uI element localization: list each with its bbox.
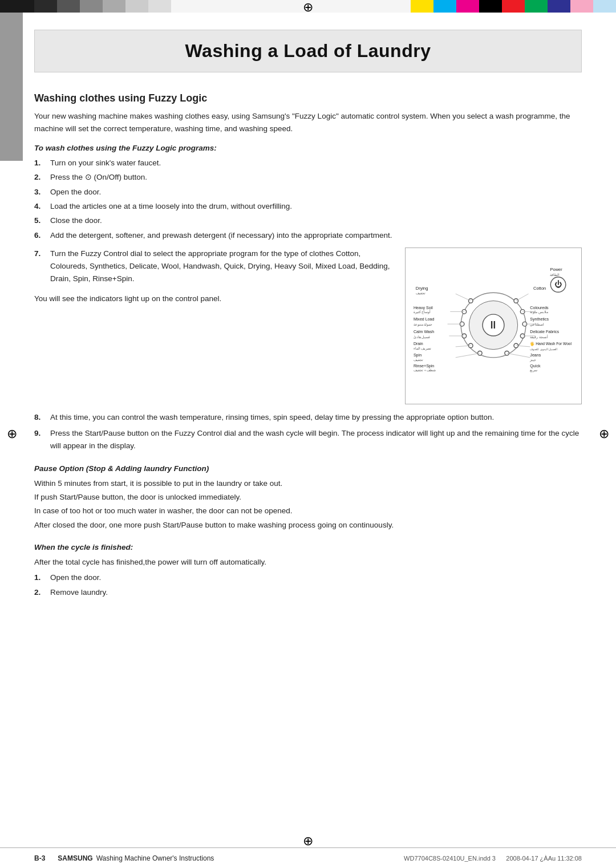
registration-mark-left: ⊕ <box>7 428 17 440</box>
label-delicate: Delicate Fabrics <box>530 330 559 334</box>
pause-text-3: In case of too hot or too much water in … <box>34 505 582 517</box>
step-num-3: 3. <box>34 186 40 198</box>
step-2: 2. Press the ⊙ (On/Off) button. <box>34 171 582 184</box>
registration-mark-top: ⊕ <box>303 1 313 14</box>
step7-extra: You will see the indicators light up on … <box>34 293 394 305</box>
label-spin: Spin <box>414 353 422 358</box>
label-synthetics: Synthetics <box>530 317 549 322</box>
pause-heading: Pause Option (Stop & Adding laundry Func… <box>34 464 582 473</box>
subheading-fuzzy: To wash clothes using the Fuzzy Logic pr… <box>34 144 582 152</box>
page-content: Washing a Load of Laundry Washing clothe… <box>0 13 616 639</box>
step-num-2: 2. <box>34 171 40 184</box>
label-drain: Drain <box>414 342 423 346</box>
step-num-1: 1. <box>34 157 40 169</box>
label-drying: Drying <box>416 285 428 290</box>
step-6: 6. Add the detergent, softener, and prew… <box>34 229 582 242</box>
label-jeans: Jeans <box>530 353 541 358</box>
label-rinsespin: Rinse+Spin <box>414 364 434 368</box>
pause-section: Pause Option (Stop & Adding laundry Func… <box>34 464 582 532</box>
footer-spacer <box>50 854 55 862</box>
step-8: 8. At this time, you can control the was… <box>34 411 582 424</box>
label-spin-ar: تجفيف <box>414 358 423 361</box>
step7-content: Turn the Fuzzy Control dial to select th… <box>50 249 390 283</box>
footer-brand: SAMSUNG <box>58 854 92 862</box>
label-drain-ar: تصريف الماء <box>414 346 432 350</box>
label-cotton: Cotton <box>533 285 546 290</box>
label-jeans-ar: جينز <box>529 358 536 362</box>
registration-mark-right: ⊕ <box>599 428 609 440</box>
label-power: Power <box>550 267 562 272</box>
label-calmwash-ar: غسيل هادئ <box>414 335 431 339</box>
footer-doc-title: Washing Machine Owner's Instructions <box>96 854 214 862</box>
step-num-9: 9. <box>34 427 40 440</box>
page-title: Washing a Load of Laundry <box>52 40 564 62</box>
registration-mark-bottom: ⊕ <box>303 835 313 847</box>
label-delicate-ar: أنسجة رقيقة <box>530 334 548 339</box>
footer-file-info: WD7704C8S-02410U_EN.indd 3 2008-04-17 ¿À… <box>404 855 582 862</box>
bottom-bar: B-3 SAMSUNG Washing Machine Owner's Inst… <box>0 847 616 868</box>
finished-step-num-1: 1. <box>34 571 40 584</box>
finished-step-num-2: 2. <box>34 586 40 599</box>
step-1: 1. Turn on your sink's water faucet. <box>34 157 582 169</box>
step-num-4: 4. <box>34 200 40 213</box>
label-handwash: 🖐 Hand Wash For Wool <box>530 341 572 346</box>
svg-point-4 <box>468 298 473 303</box>
label-synthetics-ar: اصطناعي <box>530 323 544 326</box>
label-quick: Quick <box>530 364 541 368</box>
step-5: 5. Close the door. <box>34 214 582 227</box>
label-calmwash: Calm Wash <box>414 330 434 334</box>
power-icon: ⏻ <box>554 280 562 289</box>
step-num-8: 8. <box>34 411 40 424</box>
finished-heading: When the cycle is finished: <box>34 543 582 551</box>
title-box: Washing a Load of Laundry <box>34 30 582 72</box>
svg-point-10 <box>514 298 518 303</box>
step-4: 4. Load the articles one at a time loose… <box>34 200 582 213</box>
pause-text-4: After closed the door, one more push Sta… <box>34 519 582 532</box>
finished-step-2: 2. Remove laundry. <box>34 586 582 599</box>
finished-section: When the cycle is finished: After the to… <box>34 543 582 599</box>
dial-center-icon: ⏸ <box>488 319 499 331</box>
dial-diagram-container: ⏸ <box>405 248 582 404</box>
section-title: Washing clothes using Fuzzy Logic <box>34 92 582 104</box>
step-9: 9. Press the Start/Pause button on the F… <box>34 427 582 453</box>
label-mixedload: Mixed Load <box>414 317 435 322</box>
finished-intro: After the total cycle has finished,the p… <box>34 556 582 569</box>
dial-diagram: ⏸ <box>405 248 582 404</box>
label-drying-ar: تجفيف <box>416 291 425 295</box>
label-mixedload-ar: حمولة متنوعة <box>414 323 433 327</box>
dial-svg: ⏸ <box>412 255 574 395</box>
step-3: 3. Open the door. <box>34 186 582 198</box>
side-bar-left <box>0 13 23 161</box>
footer-date: 2008-04-17 ¿ÀAu 11:32:08 <box>506 855 582 862</box>
finished-steps: 1. Open the door. 2. Remove laundry. <box>34 571 582 599</box>
label-heavysoil: Heavy Soil <box>414 305 433 310</box>
step7-text: 7. Turn the Fuzzy Control dial to select… <box>34 248 394 404</box>
label-rinsespin-ar: شطف + تجفيف <box>414 368 436 372</box>
step-num-7: 7. <box>34 248 40 260</box>
label-power-ar: الطاقة <box>550 273 560 277</box>
page-ref: B-3 <box>34 854 45 862</box>
pause-text-1: Within 5 minutes from start, it is possi… <box>34 477 582 490</box>
steps-list-1: 1. Turn on your sink's water faucet. 2. … <box>34 157 582 242</box>
label-heavysoil-ar: أوساخ كثيرة <box>414 309 431 314</box>
step-num-5: 5. <box>34 214 40 227</box>
pause-text-2: If push Start/Pause button, the door is … <box>34 491 582 504</box>
step7-wrapper: 7. Turn the Fuzzy Control dial to select… <box>34 248 582 404</box>
steps-list-2: 8. At this time, you can control the was… <box>34 411 582 453</box>
step-num-6: 6. <box>34 229 40 242</box>
finished-step-1: 1. Open the door. <box>34 571 582 584</box>
label-coloureds-ar: ملابس ملونة <box>530 310 548 314</box>
label-handwash-ar: الغسيل اليدوي للصوف <box>530 347 557 351</box>
footer-file-name: WD7704C8S-02410U_EN.indd 3 <box>404 855 496 862</box>
label-coloureds: Coloureds <box>530 305 549 310</box>
label-quick-ar: سريع <box>530 368 537 372</box>
intro-text: Your new washing machine makes washing c… <box>34 110 582 135</box>
